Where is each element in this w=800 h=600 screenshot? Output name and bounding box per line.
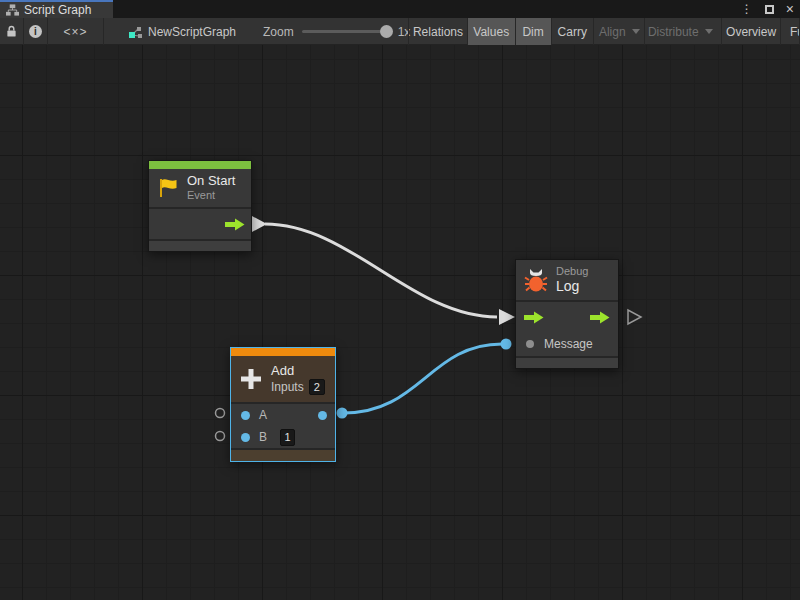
graph-name[interactable]: NewScriptGraph <box>128 18 236 45</box>
align-label: Align <box>599 25 626 39</box>
values-button[interactable]: Values <box>467 18 515 45</box>
node-title: Log <box>556 278 588 295</box>
align-dropdown[interactable]: Align <box>593 18 644 45</box>
flow-arrow-out-icon[interactable] <box>590 311 610 324</box>
log-flow-output-port[interactable] <box>628 310 641 324</box>
tab-title: Script Graph <box>24 3 91 17</box>
port-b-icon[interactable] <box>241 433 250 442</box>
math-color-bar <box>231 348 335 356</box>
inputs-label: Inputs <box>271 380 304 394</box>
node-on-start[interactable]: On Start Event <box>148 160 252 252</box>
port-b-value-field[interactable]: 1 <box>280 429 295 446</box>
node-footer <box>516 358 618 368</box>
info-icon: i <box>29 25 42 38</box>
add-b-input-port[interactable] <box>216 432 225 441</box>
distribute-label: Distribute <box>648 25 699 39</box>
fullscreen-button[interactable]: Full Screen <box>780 18 800 45</box>
relations-button[interactable]: Relations <box>408 18 467 45</box>
info-button[interactable]: i <box>24 18 48 45</box>
lock-button[interactable] <box>0 18 24 45</box>
zoom-control: Zoom 1x <box>263 18 410 45</box>
maximize-icon[interactable] <box>765 5 774 14</box>
node-kicker: Debug <box>556 265 588 278</box>
distribute-dropdown[interactable]: Distribute <box>644 18 715 45</box>
chevron-down-icon <box>632 29 640 34</box>
close-icon[interactable]: × <box>786 2 794 16</box>
message-port-label: Message <box>544 337 593 351</box>
graph-tab-icon <box>6 4 19 16</box>
node-footer <box>149 241 251 251</box>
node-footer <box>231 450 335 461</box>
flow-wire-onstart-to-log[interactable] <box>265 224 497 317</box>
node-subtitle: Event <box>187 189 235 203</box>
bug-icon <box>524 268 548 292</box>
graph-canvas[interactable]: On Start Event De <box>0 45 800 600</box>
inputs-count-field[interactable]: 2 <box>309 379 325 395</box>
overview-button[interactable]: Overview <box>721 18 780 45</box>
script-graph-window: Script Graph ⋮ × i <×> <box>0 0 800 600</box>
edit-source-button[interactable]: <×> <box>48 18 104 45</box>
add-a-input-port[interactable] <box>216 409 225 418</box>
value-wire-add-to-message[interactable] <box>344 344 502 413</box>
event-color-bar <box>149 161 251 169</box>
flag-icon <box>157 177 179 199</box>
toolbar-button-group: Relations Values Dim Carry Align Distrib… <box>408 18 800 45</box>
plus-icon <box>239 367 263 391</box>
onstart-flow-output-port[interactable] <box>252 216 267 232</box>
log-message-input-port[interactable] <box>501 339 512 350</box>
lock-icon <box>6 25 17 38</box>
toolbar: i <×> NewScriptGraph Zoom 1x Relations V… <box>0 18 800 45</box>
log-flow-input-port[interactable] <box>499 309 515 325</box>
tab-script-graph[interactable]: Script Graph <box>0 0 113 18</box>
port-b-label: B <box>259 430 267 444</box>
graph-name-label: NewScriptGraph <box>148 25 236 39</box>
port-a-icon[interactable] <box>241 411 250 420</box>
window-menu-icon[interactable]: ⋮ <box>741 3 753 15</box>
script-graph-asset-icon <box>128 25 142 39</box>
port-a-label: A <box>259 408 267 422</box>
title-bar: Script Graph ⋮ × <box>0 0 800 18</box>
zoom-label: Zoom <box>263 25 294 39</box>
carry-button[interactable]: Carry <box>551 18 593 45</box>
flow-arrow-icon[interactable] <box>225 218 245 231</box>
zoom-slider-handle[interactable] <box>380 25 393 38</box>
message-port-icon[interactable] <box>526 340 534 348</box>
flow-arrow-in-icon[interactable] <box>524 311 544 324</box>
node-add[interactable]: Add Inputs 2 A B 1 <box>230 347 336 462</box>
node-title: On Start <box>187 173 235 189</box>
chevron-down-icon <box>705 29 713 34</box>
result-port-icon[interactable] <box>318 411 327 420</box>
dim-button[interactable]: Dim <box>515 18 551 45</box>
wire-layer <box>0 45 800 600</box>
zoom-slider[interactable] <box>302 30 390 33</box>
code-icon: <×> <box>63 25 87 39</box>
node-debug-log[interactable]: Debug Log Message <box>515 259 619 369</box>
add-result-output-port[interactable] <box>337 408 348 419</box>
node-title: Add <box>271 363 325 379</box>
